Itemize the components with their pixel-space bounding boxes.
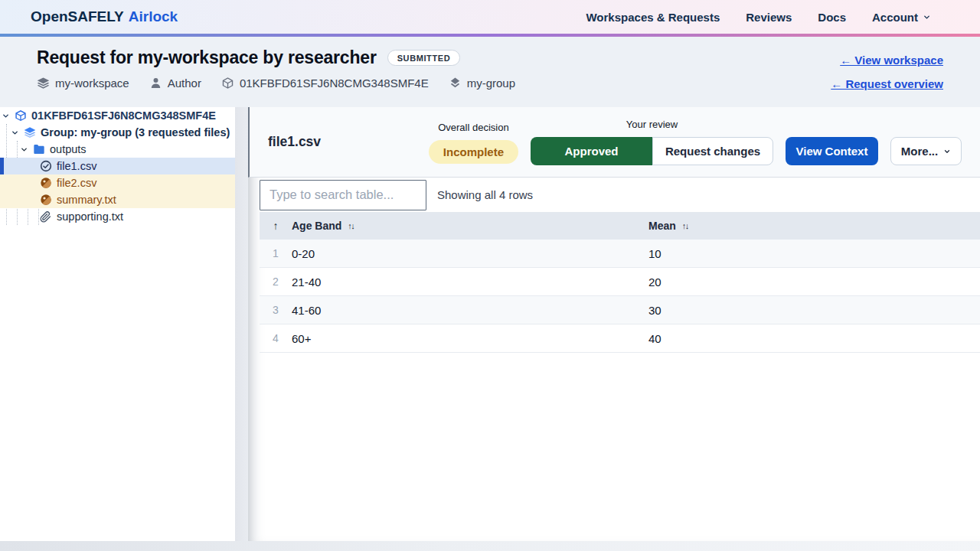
tree-item-summary[interactable]: summary.txt bbox=[0, 191, 235, 208]
layers-diamond-icon bbox=[449, 77, 462, 90]
row-index-header[interactable]: ↑ bbox=[260, 220, 292, 232]
request-overview-link[interactable]: ← Request overview bbox=[831, 77, 943, 90]
file-header: file1.csv Overall decision Incomplete Yo… bbox=[248, 107, 980, 178]
status-badge: SUBMITTED bbox=[387, 50, 461, 66]
cell-age-band: 21-40 bbox=[292, 276, 648, 289]
top-navbar: OpenSAFELY Airlock Workspaces & Requests… bbox=[0, 0, 980, 34]
cell-age-band: 41-60 bbox=[292, 304, 648, 317]
column-label: Age Band bbox=[292, 220, 341, 232]
nav-account-label: Account bbox=[872, 11, 918, 24]
bottom-scroll-gutter bbox=[0, 541, 980, 551]
chevron-down-icon bbox=[943, 148, 951, 155]
nav-reviews[interactable]: Reviews bbox=[746, 11, 792, 24]
nav-account-menu[interactable]: Account bbox=[872, 11, 931, 24]
cell-mean: 40 bbox=[648, 332, 980, 345]
tree-item-label: summary.txt bbox=[57, 194, 116, 206]
overall-decision-label: Overall decision bbox=[438, 122, 509, 133]
cell-age-band: 0-20 bbox=[292, 247, 648, 260]
tree-item-label: outputs bbox=[50, 143, 87, 155]
tree-item-label: 01KFBFD61SFJ6N8CMG348SMF4E bbox=[31, 109, 216, 122]
row-number: 1 bbox=[260, 247, 292, 259]
row-number: 2 bbox=[260, 276, 292, 288]
more-menu-label: More... bbox=[901, 145, 938, 158]
tree-item-label: Group: my-group (3 requested files) bbox=[41, 126, 230, 139]
page-title: Request for my-workspace by researcher bbox=[37, 47, 377, 68]
nav-workspaces-requests[interactable]: Workspaces & Requests bbox=[586, 11, 720, 24]
nav-links: Workspaces & Requests Reviews Docs Accou… bbox=[586, 11, 931, 24]
chevron-down-icon[interactable] bbox=[2, 112, 10, 120]
sort-toggle-icon: ↑↓ bbox=[682, 221, 688, 230]
meta-workspace-label: my-workspace bbox=[55, 77, 129, 90]
meta-request-id: 01KFBFD61SFJ6N8CMG348SMF4E bbox=[221, 77, 429, 90]
overall-decision-badge: Incomplete bbox=[429, 140, 518, 164]
cell-mean: 30 bbox=[648, 304, 980, 317]
column-header-mean[interactable]: Mean ↑↓ bbox=[648, 220, 980, 232]
cube-icon bbox=[221, 77, 234, 90]
table-row[interactable]: 3 41-60 30 bbox=[260, 296, 980, 324]
folder-icon bbox=[33, 143, 45, 155]
tree-item-label: file2.csv bbox=[57, 177, 96, 189]
table-search-input[interactable] bbox=[260, 180, 426, 210]
tree-item-supporting[interactable]: supporting.txt bbox=[0, 208, 235, 225]
table-row[interactable]: 4 60+ 40 bbox=[260, 324, 980, 353]
tree-item-file2[interactable]: file2.csv bbox=[0, 174, 235, 191]
tree-item-group[interactable]: Group: my-group (3 requested files) bbox=[0, 124, 235, 141]
tree-item-request-root[interactable]: 01KFBFD61SFJ6N8CMG348SMF4E bbox=[0, 107, 235, 124]
half-circle-icon bbox=[40, 194, 52, 206]
chevron-down-icon[interactable] bbox=[20, 145, 28, 154]
request-header: Request for my-workspace by researcher S… bbox=[0, 37, 980, 107]
brand-airlock: Airlock bbox=[129, 8, 178, 25]
more-menu-button[interactable]: More... bbox=[890, 137, 962, 165]
cell-age-band: 60+ bbox=[292, 332, 648, 345]
meta-group: my-group bbox=[449, 77, 515, 90]
column-header-age-band[interactable]: Age Band ↑↓ bbox=[292, 220, 648, 232]
file-tree-sidebar: 01KFBFD61SFJ6N8CMG348SMF4E Group: my-gro… bbox=[0, 107, 235, 541]
file-review-panel: file1.csv Overall decision Incomplete Yo… bbox=[248, 107, 980, 541]
approved-button[interactable]: Approved bbox=[531, 137, 652, 165]
layers-icon bbox=[24, 126, 36, 139]
data-table: ↑ Age Band ↑↓ Mean ↑↓ 1 0-20 10 bbox=[260, 212, 980, 353]
cell-mean: 20 bbox=[648, 276, 980, 289]
overall-decision-group: Overall decision Incomplete bbox=[429, 122, 518, 165]
tree-item-label: supporting.txt bbox=[57, 210, 123, 223]
chevron-down-icon bbox=[923, 13, 931, 21]
your-review-label: Your review bbox=[626, 119, 678, 130]
request-meta: my-workspace Author 01KFBFD61SFJ6N8CMG34… bbox=[37, 77, 515, 90]
view-context-button[interactable]: View Context bbox=[786, 137, 878, 165]
meta-group-label: my-group bbox=[467, 77, 515, 90]
chevron-down-icon[interactable] bbox=[11, 129, 19, 137]
tree-item-outputs-folder[interactable]: outputs bbox=[0, 141, 235, 158]
airlock-app: OpenSAFELY Airlock Workspaces & Requests… bbox=[0, 0, 980, 551]
sidebar-resize-handle[interactable] bbox=[235, 107, 248, 541]
cell-mean: 10 bbox=[648, 247, 980, 260]
meta-author-label: Author bbox=[168, 77, 201, 90]
your-review-group: Your review Approved Request changes bbox=[531, 119, 773, 165]
file-tree: 01KFBFD61SFJ6N8CMG348SMF4E Group: my-gro… bbox=[0, 107, 235, 225]
table-toolbar: Showing all 4 rows bbox=[248, 178, 980, 212]
column-label: Mean bbox=[648, 220, 676, 232]
tree-item-file1[interactable]: file1.csv bbox=[0, 158, 235, 174]
layers-icon bbox=[37, 77, 50, 90]
view-workspace-link[interactable]: ← View workspace bbox=[840, 54, 943, 67]
table-row-count: Showing all 4 rows bbox=[437, 188, 533, 201]
cube-icon bbox=[15, 109, 27, 122]
brand-logo[interactable]: OpenSAFELY Airlock bbox=[31, 8, 178, 25]
content-split: 01KFBFD61SFJ6N8CMG348SMF4E Group: my-gro… bbox=[0, 107, 980, 541]
nav-docs[interactable]: Docs bbox=[818, 11, 846, 24]
tree-item-label: file1.csv bbox=[57, 160, 96, 172]
row-number: 4 bbox=[260, 332, 292, 344]
paperclip-icon bbox=[40, 210, 52, 223]
table-row[interactable]: 2 21-40 20 bbox=[260, 268, 980, 296]
table-row[interactable]: 1 0-20 10 bbox=[260, 240, 980, 268]
sort-toggle-icon: ↑↓ bbox=[348, 221, 354, 230]
table-header-row: ↑ Age Band ↑↓ Mean ↑↓ bbox=[260, 212, 980, 240]
row-number: 3 bbox=[260, 304, 292, 316]
meta-request-id-label: 01KFBFD61SFJ6N8CMG348SMF4E bbox=[240, 77, 429, 90]
meta-author: Author bbox=[149, 77, 201, 90]
check-circle-icon bbox=[40, 160, 52, 172]
file-title: file1.csv bbox=[268, 134, 321, 150]
request-changes-button[interactable]: Request changes bbox=[652, 137, 773, 165]
half-circle-icon bbox=[40, 177, 52, 189]
sort-ascending-icon: ↑ bbox=[273, 220, 279, 232]
user-icon bbox=[149, 77, 162, 90]
